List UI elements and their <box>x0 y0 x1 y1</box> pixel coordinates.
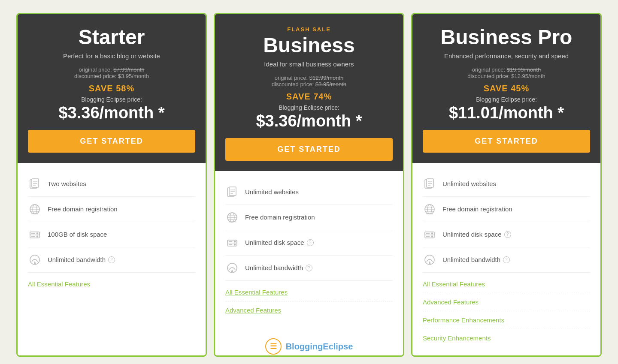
plan-tagline: Enhanced performance, security and speed <box>423 52 590 60</box>
disk-icon <box>225 236 239 250</box>
www-icon: WWW <box>423 202 436 216</box>
eclipse-price-label: Blogging Eclipse price: <box>28 96 195 103</box>
plan-name: Business Pro <box>423 26 590 49</box>
plan-header-starter: Starter Perfect for a basic blog or webs… <box>18 14 206 163</box>
feature-links: All Essential Features <box>28 275 195 293</box>
plan-name: Business <box>225 34 393 57</box>
svg-point-34 <box>234 244 236 245</box>
feature-link[interactable]: Advanced Features <box>423 293 590 311</box>
disk-icon <box>28 228 42 241</box>
bandwidth-icon <box>423 253 436 267</box>
feature-item: 100GB of disk space <box>28 222 195 247</box>
bandwidth-icon <box>28 253 42 267</box>
bandwidth-icon <box>225 261 239 275</box>
svg-point-39 <box>232 271 233 272</box>
pricing-wrapper: Starter Perfect for a basic blog or webs… <box>9 9 609 361</box>
feature-text: Free domain registration <box>245 214 315 221</box>
get-started-button[interactable]: GET STARTED <box>423 130 590 153</box>
pages-icon <box>28 177 42 191</box>
plan-header-business-pro: Business Pro Enhanced performance, secur… <box>412 14 600 163</box>
get-started-button[interactable]: GET STARTED <box>28 130 195 153</box>
plan-features-business: Unlimited websites WWW Free domain regis… <box>215 171 403 355</box>
plan-name: Starter <box>28 26 195 49</box>
svg-point-54 <box>432 236 433 237</box>
plan-features-business-pro: Unlimited websites WWW Free domain regis… <box>412 163 600 355</box>
feature-text: Unlimited websites <box>245 188 299 196</box>
save-badge: SAVE 74% <box>225 92 393 102</box>
svg-point-53 <box>432 233 433 234</box>
feature-text: Unlimited disk space? <box>442 231 511 238</box>
feature-text: 100GB of disk space <box>48 231 107 238</box>
eclipse-price-label: Blogging Eclipse price: <box>225 104 393 111</box>
svg-rect-21 <box>229 187 236 196</box>
eclipse-price: $3.36/month * <box>225 112 393 130</box>
pages-icon <box>225 185 239 199</box>
svg-text:WWW: WWW <box>426 212 433 215</box>
feature-item: WWW Free domain registration <box>423 197 590 222</box>
eclipse-price-label: Blogging Eclipse price: <box>423 96 590 103</box>
help-icon[interactable]: ? <box>108 256 115 263</box>
feature-item: Unlimited bandwidth? <box>28 247 195 273</box>
feature-link[interactable]: All Essential Features <box>423 275 590 293</box>
feature-link[interactable]: Performance Enhancements <box>423 311 590 329</box>
feature-item: Unlimited disk space? <box>225 230 393 256</box>
eclipse-price: $11.01/month * <box>423 104 590 122</box>
feature-text: Free domain registration <box>48 205 118 213</box>
feature-item: Unlimited bandwidth? <box>423 247 590 273</box>
plan-tagline: Ideal for small business owners <box>225 60 393 68</box>
blogging-eclipse-icon: ☰ <box>265 338 282 355</box>
help-icon[interactable]: ? <box>306 265 312 271</box>
feature-text: Two websites <box>48 180 86 187</box>
www-icon: WWW <box>28 202 42 216</box>
feature-item: Two websites <box>28 171 195 197</box>
feature-links: All Essential Features Advanced Features… <box>423 275 590 347</box>
help-icon[interactable]: ? <box>307 239 314 246</box>
discounted-price: discounted price: $12.95/month <box>423 73 590 79</box>
feature-link[interactable]: All Essential Features <box>28 275 195 293</box>
feature-text: Unlimited disk space? <box>245 239 314 246</box>
feature-link[interactable]: Security Enhancements <box>423 329 590 347</box>
discounted-price: discounted price: $3.95/month <box>28 73 195 79</box>
eclipse-price: $3.36/month * <box>28 104 195 122</box>
help-icon[interactable]: ? <box>504 231 511 238</box>
branding: ☰ BloggingEclipse <box>210 333 408 356</box>
help-icon[interactable]: ? <box>503 256 510 263</box>
svg-text:WWW: WWW <box>31 212 39 215</box>
feature-link[interactable]: Advanced Features <box>225 301 393 319</box>
original-price: original price: $7.99/month <box>28 66 195 73</box>
svg-point-33 <box>234 241 236 242</box>
plan-card-business-pro: Business Pro Enhanced performance, secur… <box>411 13 602 357</box>
plan-card-starter: Starter Perfect for a basic blog or webs… <box>16 13 207 357</box>
feature-links: All Essential Features Advanced Features <box>225 283 393 319</box>
plan-features-starter: Two websites WWW Free domain registratio… <box>18 163 206 355</box>
feature-text: Unlimited bandwidth? <box>442 256 510 263</box>
discounted-price: discounted price: $3.95/month <box>225 81 393 87</box>
original-price: original price: $12.99/month <box>225 75 393 81</box>
svg-point-19 <box>34 262 36 264</box>
plan-header-business: FLASH SALE Business Ideal for small busi… <box>215 14 403 171</box>
feature-text: Unlimited bandwidth? <box>48 256 115 263</box>
plan-tagline: Perfect for a basic blog or website <box>28 52 195 60</box>
disk-icon <box>423 228 436 241</box>
feature-item: Unlimited websites <box>225 180 393 205</box>
svg-point-14 <box>37 236 38 237</box>
svg-text:WWW: WWW <box>229 220 236 223</box>
feature-item: Unlimited disk space? <box>423 222 590 247</box>
get-started-button[interactable]: GET STARTED <box>225 138 393 161</box>
svg-point-59 <box>429 262 430 264</box>
feature-item: WWW Free domain registration <box>225 205 393 230</box>
branding-name: BloggingEclipse <box>286 342 353 352</box>
svg-point-13 <box>37 233 38 234</box>
feature-link[interactable]: All Essential Features <box>225 283 393 301</box>
www-icon: WWW <box>225 211 239 224</box>
feature-text: Unlimited bandwidth? <box>245 264 312 271</box>
flash-sale-label: FLASH SALE <box>225 26 393 33</box>
svg-rect-41 <box>427 179 433 187</box>
save-badge: SAVE 58% <box>28 84 195 93</box>
plan-card-business: FLASH SALE Business Ideal for small busi… <box>214 13 404 357</box>
feature-text: Free domain registration <box>442 205 512 213</box>
feature-item: Unlimited bandwidth? <box>225 256 393 281</box>
feature-item: WWW Free domain registration <box>28 197 195 222</box>
original-price: original price: $19.99/month <box>423 66 590 73</box>
save-badge: SAVE 45% <box>423 84 590 93</box>
